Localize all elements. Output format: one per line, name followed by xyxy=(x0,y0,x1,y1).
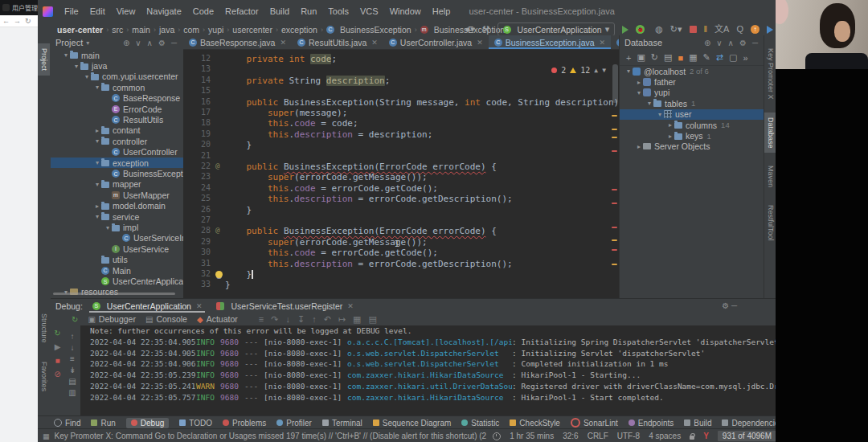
settings-icon[interactable]: ⚙ xyxy=(738,39,748,47)
run-icon[interactable] xyxy=(622,26,628,34)
chevron-icon[interactable]: ▸ xyxy=(635,143,643,150)
tree-item-com-yupi-usercenter[interactable]: ▾com.yupi.usercenter xyxy=(51,72,183,82)
code-line-25[interactable]: 25 this.description = errorCode.getDescr… xyxy=(183,194,619,204)
translate-icon[interactable]: 文A xyxy=(714,25,729,34)
drop-frame-icon[interactable]: ↶ xyxy=(324,314,331,325)
expand-all-icon[interactable]: ∨ xyxy=(714,39,723,47)
menu-help[interactable]: Help xyxy=(427,6,457,16)
browser-tab-bar[interactable]: 用户管理 - Ant xyxy=(0,0,38,15)
tool-window-button-sonarlint[interactable]: SonarLint xyxy=(571,418,618,428)
editor-tab-baseresponse.java[interactable]: CBaseResponse.java✕ xyxy=(183,35,292,49)
code-line-28[interactable]: 28@ public BusinessException(ErrorCode e… xyxy=(183,226,619,236)
tool-window-button-statistic[interactable]: Statistic xyxy=(461,419,499,428)
tool-window-button-todo[interactable]: TODO xyxy=(179,419,212,428)
sync-icon[interactable]: ⇄ xyxy=(716,52,723,63)
run-config-select[interactable]: SUserCenterApplication▾ xyxy=(497,23,616,36)
status-encoding[interactable]: UTF-8 xyxy=(617,432,640,440)
lock-icon[interactable] xyxy=(690,436,694,440)
menu-file[interactable]: File xyxy=(59,6,84,16)
mute-breakpoints-icon[interactable]: ⊘ xyxy=(54,370,60,379)
close-icon[interactable]: ✕ xyxy=(477,39,483,47)
close-icon[interactable]: ✕ xyxy=(347,302,354,310)
coverage-icon[interactable]: ↻▾ xyxy=(670,25,682,34)
code-line-16[interactable]: 16 public BusinessException(String messa… xyxy=(183,97,619,108)
chevron-icon[interactable]: ▾ xyxy=(93,84,101,91)
project-hscrollbar[interactable] xyxy=(53,293,175,295)
tree-item-controller[interactable]: ▾controller xyxy=(51,136,183,146)
force-step-into-icon[interactable]: ↧ xyxy=(297,314,305,325)
updates-icon[interactable]: ↑ xyxy=(751,25,760,34)
tool-window-button-debug[interactable]: Debug xyxy=(126,418,169,428)
code-line-24[interactable]: 24 this.code = errorCode.getCode(); xyxy=(183,183,619,194)
menu-refactor[interactable]: Refactor xyxy=(219,6,264,16)
tool-window-button-build[interactable]: Build xyxy=(684,419,711,428)
menu-window[interactable]: Window xyxy=(384,6,427,16)
code-line-32[interactable]: 32 } xyxy=(183,269,619,280)
code-line-19[interactable]: 19 this.description = description; xyxy=(183,129,619,140)
tree-item-utils[interactable]: utils xyxy=(51,255,183,265)
chevron-icon[interactable]: ▸ xyxy=(93,127,101,134)
intention-bulb-icon[interactable] xyxy=(215,271,223,278)
tree-item-baseresponse[interactable]: CBaseResponse xyxy=(51,93,183,104)
expand-all-icon[interactable]: ∨ xyxy=(133,39,142,47)
breadcrumb-item-src[interactable]: src xyxy=(110,25,125,35)
tool-window-button-endpoints[interactable]: Endpoints xyxy=(628,419,674,428)
tree-item-server-objects[interactable]: ▸Server Objects xyxy=(620,141,764,152)
tree-item-contant[interactable]: ▸contant xyxy=(51,125,183,136)
step-out-icon[interactable]: ↑ xyxy=(312,314,317,325)
project-panel-title[interactable]: Project xyxy=(55,38,83,47)
step-over-icon[interactable]: ↷ xyxy=(271,314,278,325)
code-line-22[interactable]: 22@ public BusinessException(ErrorCode e… xyxy=(183,162,619,172)
menu-tools[interactable]: Tools xyxy=(322,6,354,16)
code-line-12[interactable]: 12 private int code; xyxy=(183,54,619,64)
code-line-30[interactable]: 30 this.code = errorCode.getCode(); xyxy=(183,248,619,258)
tree-item-father[interactable]: ▸father xyxy=(620,76,764,87)
menu-view[interactable]: View xyxy=(111,6,141,16)
tree-item-usercontroller[interactable]: CUserController xyxy=(51,147,183,158)
evaluate-icon[interactable]: ▦ xyxy=(353,314,361,325)
code-line-18[interactable]: 18 this.code = code; xyxy=(183,118,619,129)
memory-indicator[interactable]: 931 of 4096M xyxy=(718,431,776,441)
tree-item-tables[interactable]: ▾tables1 xyxy=(620,98,764,108)
close-icon[interactable]: ✕ xyxy=(280,39,286,47)
code-line-17[interactable]: 17 super(message); xyxy=(183,108,619,118)
status-caret-pos[interactable]: 32:6 xyxy=(563,432,578,440)
breadcrumb-item-exception[interactable]: exception xyxy=(280,25,319,35)
debug-tab-usercenterapplication[interactable]: SUserCenterApplication✕ xyxy=(89,299,206,313)
show-threads-icon[interactable]: ≡ xyxy=(259,314,264,325)
chevron-icon[interactable]: ▸ xyxy=(635,79,643,86)
breadcrumb-item-main[interactable]: main xyxy=(130,25,152,35)
to-bottom-icon[interactable]: ↓ xyxy=(71,343,75,352)
tree-item--localhost[interactable]: ▾@localhost2 of 6 xyxy=(620,66,764,76)
debug-view-actuator[interactable]: ◆Actuator xyxy=(197,314,238,324)
editor-tab-resultutils.java[interactable]: CResultUtils.java✕ xyxy=(292,35,383,49)
breadcrumb-item-businessexception[interactable]: CBusinessException xyxy=(325,25,413,35)
tree-item-user[interactable]: ▾user xyxy=(620,109,764,120)
chevron-icon[interactable]: ▸ xyxy=(93,203,101,210)
scroll-end-icon[interactable]: ↡ xyxy=(69,366,76,374)
stop-icon[interactable]: ■ xyxy=(55,356,59,365)
edit-icon[interactable]: ✎ xyxy=(703,52,710,63)
chevron-icon[interactable]: ▾ xyxy=(93,181,101,188)
code-line-33[interactable]: 33} xyxy=(183,280,619,290)
tool-window-button-dependencies[interactable]: Dependencies xyxy=(722,419,783,428)
console[interactable]: Note: further occurrences of this error … xyxy=(80,325,776,416)
chevron-icon[interactable]: ▾ xyxy=(624,68,633,75)
chevron-icon[interactable]: ▾ xyxy=(93,213,101,220)
tree-item-usercenterapplication[interactable]: SUserCenterApplication xyxy=(51,276,183,286)
status-line-separator[interactable]: CRLF xyxy=(588,432,608,440)
chevron-icon[interactable]: ▾ xyxy=(104,224,112,231)
code-line-13[interactable]: 13 xyxy=(183,64,619,75)
tree-item-usermapper[interactable]: mUserMapper xyxy=(51,190,183,200)
reload-icon[interactable]: ↻ xyxy=(25,17,31,25)
settings-icon[interactable]: ⚙ ─ xyxy=(720,301,739,310)
tree-item-model-domain[interactable]: ▸model.domain xyxy=(51,201,183,211)
tool-window-button-profiler[interactable]: Profiler xyxy=(276,419,312,428)
search-everywhere-icon[interactable]: Q xyxy=(736,25,743,34)
table-icon[interactable]: ▦ xyxy=(689,52,697,63)
tool-button-favorites[interactable]: Favorites xyxy=(38,357,50,396)
tree-item-resultutils[interactable]: CResultUtils xyxy=(51,114,183,125)
tree-item-java[interactable]: ▾java xyxy=(51,60,183,71)
menu-edit[interactable]: Edit xyxy=(84,6,111,16)
hide-icon[interactable]: ─ xyxy=(751,39,760,47)
